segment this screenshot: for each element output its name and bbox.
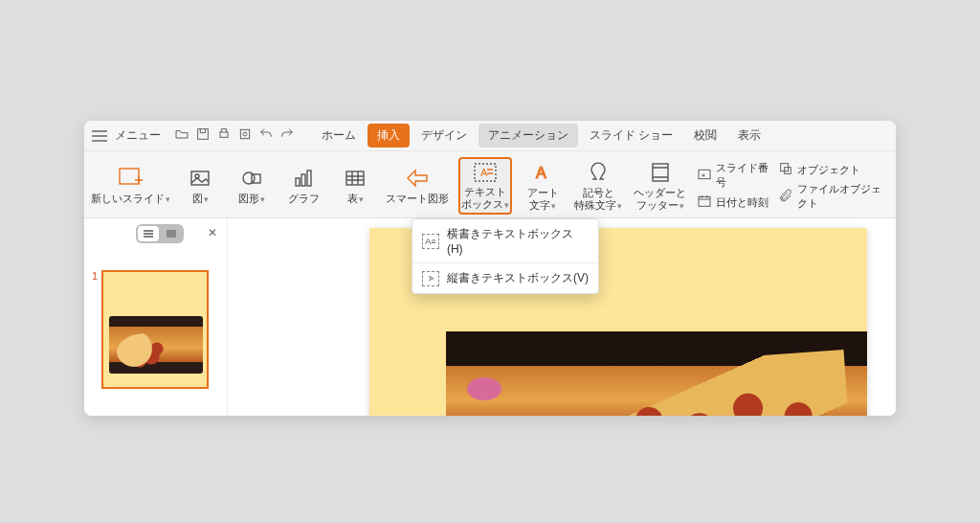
svg-rect-22 xyxy=(167,230,176,238)
save-icon[interactable] xyxy=(195,126,211,145)
slide-number-label: スライド番号 xyxy=(716,161,769,190)
text-box-button[interactable]: A テキストボックス▾ xyxy=(458,157,512,215)
small-buttons-col-1: # スライド番号 日付と時刻 xyxy=(697,157,769,215)
svg-rect-2 xyxy=(240,129,249,138)
slide-image[interactable] xyxy=(446,331,867,416)
chart-icon xyxy=(292,166,315,191)
file-object-icon xyxy=(778,188,793,205)
text-box-icon: A xyxy=(473,161,498,184)
object-button[interactable]: オブジェクト xyxy=(778,161,888,178)
small-buttons-col-2: オブジェクト ファイルオブジェクト xyxy=(778,157,888,215)
ribbon: 新しいスライド▾ 図▾ 図形▾ グラフ 表▾ スマート図形 A テキストボックス… xyxy=(84,151,896,218)
symbol-button[interactable]: 記号と特殊文字▾ xyxy=(573,157,623,215)
slide-number-button[interactable]: # スライド番号 xyxy=(697,161,769,190)
chart-label: グラフ xyxy=(288,193,320,204)
svg-rect-10 xyxy=(301,174,305,186)
panel-view-toggle[interactable] xyxy=(136,224,184,243)
thumbnail-view-icon[interactable] xyxy=(161,226,182,241)
ribbon-tabs: ホーム 挿入 デザイン アニメーション スライド ショー 校閲 表示 xyxy=(312,124,770,148)
text-box-dropdown: A≡ 横書きテキストボックス(H) A 縦書きテキストボックス(V) xyxy=(412,218,599,294)
text-box-label-1: テキスト xyxy=(464,186,506,197)
new-slide-button[interactable]: 新しいスライド▾ xyxy=(92,157,169,215)
table-button[interactable]: 表▾ xyxy=(334,157,376,215)
outline-view-icon[interactable] xyxy=(138,226,159,241)
picture-button[interactable]: 図▾ xyxy=(179,157,221,215)
svg-rect-9 xyxy=(296,178,300,186)
file-object-button[interactable]: ファイルオブジェクト xyxy=(778,182,888,211)
svg-rect-19 xyxy=(699,196,710,206)
smart-shape-icon xyxy=(405,166,430,191)
horizontal-text-box-item[interactable]: A≡ 横書きテキストボックス(H) xyxy=(412,219,598,263)
smart-shape-button[interactable]: スマート図形 xyxy=(386,157,449,215)
header-footer-icon xyxy=(649,160,672,185)
slide-index: 1 xyxy=(92,270,98,282)
quick-access-toolbar xyxy=(174,126,295,145)
tab-view[interactable]: 表示 xyxy=(728,124,770,148)
new-slide-label: 新しいスライド xyxy=(91,193,165,204)
print-icon[interactable] xyxy=(216,126,232,145)
hamburger-icon[interactable] xyxy=(92,130,107,142)
horizontal-text-box-label: 横書きテキストボックス(H) xyxy=(447,226,589,256)
tab-slideshow[interactable]: スライド ショー xyxy=(580,124,682,148)
tab-design[interactable]: デザイン xyxy=(412,124,477,148)
header-footer-label-2: フッター xyxy=(636,199,679,211)
svg-rect-21 xyxy=(785,168,791,174)
svg-rect-11 xyxy=(307,171,311,186)
svg-rect-5 xyxy=(191,171,209,185)
slide-thumbnail-row: 1 xyxy=(92,270,219,389)
object-icon xyxy=(778,161,793,178)
svg-rect-12 xyxy=(346,171,364,185)
slide-thumbnail[interactable] xyxy=(101,270,209,389)
svg-rect-4 xyxy=(120,169,139,184)
svg-rect-0 xyxy=(198,129,209,140)
open-icon[interactable] xyxy=(174,126,189,145)
tab-review[interactable]: 校閲 xyxy=(684,124,726,148)
date-time-button[interactable]: 日付と時刻 xyxy=(697,193,769,211)
svg-rect-16 xyxy=(653,164,668,181)
symbol-label-1: 記号と xyxy=(583,187,614,198)
svg-rect-1 xyxy=(220,132,228,137)
svg-text:#: # xyxy=(702,172,705,178)
tab-home[interactable]: ホーム xyxy=(312,124,366,148)
header-footer-label-1: ヘッダーと xyxy=(634,187,686,198)
tab-animation[interactable]: アニメーション xyxy=(479,124,578,148)
file-object-label: ファイルオブジェクト xyxy=(797,182,888,211)
horizontal-text-box-icon: A≡ xyxy=(422,234,439,249)
table-icon xyxy=(344,166,367,191)
table-label: 表 xyxy=(347,193,358,204)
text-box-label-2: ボックス xyxy=(461,198,503,210)
menu-label[interactable]: メニュー xyxy=(115,127,161,144)
vertical-text-box-label: 縦書きテキストボックス(V) xyxy=(447,270,589,286)
shapes-button[interactable]: 図形▾ xyxy=(231,157,273,215)
slide-panel: ✕ 1 xyxy=(84,218,228,416)
svg-text:A: A xyxy=(480,167,488,178)
wordart-icon: A xyxy=(531,160,554,185)
symbol-icon xyxy=(587,160,610,185)
print-preview-icon[interactable] xyxy=(237,126,253,145)
vertical-text-box-item[interactable]: A 縦書きテキストボックス(V) xyxy=(412,263,598,293)
redo-icon[interactable] xyxy=(279,126,295,145)
close-panel-icon[interactable]: ✕ xyxy=(208,226,217,239)
wordart-button[interactable]: A アート文字▾ xyxy=(522,157,564,215)
header-footer-button[interactable]: ヘッダーとフッター▾ xyxy=(633,157,686,215)
tab-insert[interactable]: 挿入 xyxy=(368,124,410,148)
picture-label: 図 xyxy=(192,193,203,204)
svg-text:A: A xyxy=(536,165,546,181)
date-time-label: 日付と時刻 xyxy=(716,195,768,210)
wordart-label-1: アート xyxy=(527,187,559,198)
chart-button[interactable]: グラフ xyxy=(282,157,324,215)
vertical-text-box-icon: A xyxy=(422,271,439,286)
shapes-icon xyxy=(240,166,263,191)
new-slide-icon xyxy=(118,166,145,191)
slide-number-icon: # xyxy=(697,167,712,184)
undo-icon[interactable] xyxy=(258,126,274,145)
date-time-icon xyxy=(697,193,712,211)
shapes-label: 図形 xyxy=(238,193,259,204)
thumbnail-image xyxy=(109,316,203,374)
svg-point-3 xyxy=(243,132,247,136)
object-label: オブジェクト xyxy=(797,163,860,177)
menubar: メニュー ホーム 挿入 デザイン アニメーション スライド ショー 校閲 表示 xyxy=(84,121,896,151)
smart-shape-label: スマート図形 xyxy=(386,193,449,204)
picture-icon xyxy=(189,166,212,191)
symbol-label-2: 特殊文字 xyxy=(574,199,616,211)
